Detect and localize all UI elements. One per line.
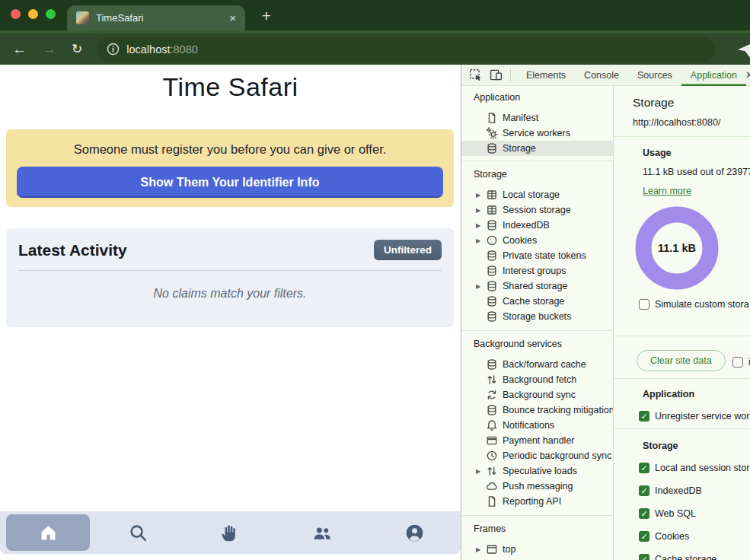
sidebar-item-background-fetch[interactable]: ▶Background fetch: [461, 372, 613, 387]
sidebar-item-bounce-tracking-mitigation[interactable]: ▶Bounce tracking mitigation: [461, 402, 613, 418]
devtools-tab-application[interactable]: Application: [681, 65, 746, 86]
sidebar-item-back-forward-cache[interactable]: ▶Back/forward cache: [461, 357, 613, 372]
nav-people-button[interactable]: [276, 511, 369, 554]
devtools-sidebar: Application▶Manifest▶Service workers▶Sto…: [461, 86, 614, 560]
gears-icon: [486, 127, 498, 139]
nav-profile-button[interactable]: [369, 511, 461, 554]
sidebar-item-service-workers[interactable]: ▶Service workers: [461, 126, 613, 141]
document-icon: [486, 495, 498, 508]
show-identifier-button[interactable]: Show Them Your Identifier Info: [17, 167, 443, 198]
nav-active-pill[interactable]: [6, 514, 90, 551]
latest-activity-card: Latest Activity Unfiltered No claims mat…: [6, 228, 454, 327]
expand-arrow-icon[interactable]: ▶: [476, 207, 486, 214]
devtools-tab-sources[interactable]: Sources: [628, 65, 681, 86]
sidebar-item-label: Background sync: [503, 390, 576, 400]
alert-message: Someone must register you before you can…: [6, 129, 454, 157]
page-content: Time Safari Someone must register you be…: [0, 65, 461, 560]
expand-arrow-icon[interactable]: ▶: [476, 192, 486, 199]
latest-activity-heading: Latest Activity: [18, 241, 127, 259]
sidebar-item-label: IndexedDB: [503, 220, 550, 231]
sidebar-item-interest-groups[interactable]: ▶Interest groups: [461, 263, 613, 278]
sidebar-item-reporting-api[interactable]: ▶Reporting API: [461, 494, 613, 509]
expand-arrow-icon[interactable]: ▶: [476, 237, 486, 244]
sidebar-item-periodic-background-sync[interactable]: ▶Periodic background sync: [461, 448, 613, 463]
sidebar-item-top[interactable]: ▶top: [461, 542, 613, 557]
devtools-tab-console[interactable]: Console: [575, 65, 628, 86]
checkbox-including-third-party[interactable]: [732, 357, 743, 368]
sidebar-item-push-messaging[interactable]: ▶Push messaging: [461, 479, 613, 494]
database-icon: [486, 280, 498, 292]
sidebar-item-speculative-loads[interactable]: ▶Speculative loads: [461, 463, 613, 479]
sidebar-section-title: Frames: [461, 523, 613, 537]
new-tab-button[interactable]: +: [256, 6, 277, 27]
sidebar-item-storage[interactable]: ▶Storage: [461, 141, 613, 156]
sidebar-item-background-sync[interactable]: ▶Background sync: [461, 387, 613, 402]
sidebar-item-cookies[interactable]: ▶Cookies: [461, 233, 613, 248]
empty-claims-message: No claims match your filters.: [6, 287, 454, 301]
minimize-window-button[interactable]: [28, 9, 38, 19]
panel-divider: [614, 336, 750, 336]
nav-home-button[interactable]: [0, 511, 92, 554]
checkbox-indexeddb[interactable]: ✓: [639, 485, 649, 496]
close-window-button[interactable]: [11, 9, 21, 19]
learn-more-link[interactable]: Learn more: [643, 186, 691, 196]
home-icon: [38, 523, 59, 543]
zoom-window-button[interactable]: [46, 9, 56, 19]
nav-search-button[interactable]: [92, 511, 184, 554]
sidebar-item-label: Bounce tracking mitigation: [503, 405, 613, 415]
expand-arrow-icon[interactable]: ▶: [476, 222, 486, 229]
sidebar-item-notifications[interactable]: ▶Notifications: [461, 418, 613, 433]
card-divider: [18, 270, 442, 271]
storage-panel: Storage http://localhost:8080/ Usage 11.…: [614, 86, 750, 560]
back-icon[interactable]: ←: [12, 42, 27, 56]
sidebar-section-frames: Frames▶top: [461, 516, 613, 560]
expand-arrow-icon[interactable]: ▶: [476, 546, 486, 553]
tab-favicon-icon: [76, 11, 89, 24]
sidebar-section-title: Storage: [461, 169, 613, 183]
expand-arrow-icon[interactable]: ▶: [476, 468, 486, 475]
database-icon: [486, 404, 498, 416]
sidebar-section-title: Background services: [461, 339, 613, 352]
devtools-tab-elements[interactable]: Elements: [517, 65, 575, 86]
sidebar-item-payment-handler[interactable]: ▶Payment handler: [461, 433, 613, 448]
sidebar-item-local-storage[interactable]: ▶Local storage: [461, 187, 613, 202]
checkbox-local-and-session-stor[interactable]: ✓: [639, 463, 649, 473]
clear-site-data-button[interactable]: Clear site data: [637, 350, 726, 371]
panel-divider: [614, 378, 750, 379]
site-info-icon[interactable]: [107, 43, 120, 56]
checkbox-unregister-service-wor[interactable]: ✓: [639, 411, 649, 422]
sidebar-section-storage: Storage▶Local storage▶Session storage▶In…: [461, 161, 613, 331]
sidebar-item-session-storage[interactable]: ▶Session storage: [461, 202, 613, 218]
sidebar-item-storage-buckets[interactable]: ▶Storage buckets: [461, 309, 613, 324]
sidebar-item-cache-storage[interactable]: ▶Cache storage: [461, 294, 613, 309]
tab-close-icon[interactable]: ×: [229, 12, 236, 24]
inspect-element-icon[interactable]: [469, 68, 482, 81]
checkbox-cache-storage[interactable]: ✓: [639, 554, 649, 560]
reload-icon[interactable]: ↻: [72, 42, 82, 56]
address-bar[interactable]: localhost :8080: [97, 37, 716, 61]
nav-hand-button[interactable]: [184, 511, 276, 554]
sidebar-item-private-state-tokens[interactable]: ▶Private state tokens: [461, 248, 613, 263]
filter-button[interactable]: Unfiltered: [374, 240, 442, 260]
sidebar-item-indexeddb[interactable]: ▶IndexedDB: [461, 218, 613, 233]
table-icon: [486, 189, 498, 201]
usage-text: 11.1 kB used out of 239779: [643, 167, 750, 177]
expand-arrow-icon[interactable]: ▶: [476, 283, 486, 290]
panel-divider: [614, 428, 750, 429]
frame-icon: [486, 543, 498, 555]
device-toolbar-icon[interactable]: [490, 68, 503, 81]
checkbox-web-sql[interactable]: ✓: [639, 508, 649, 519]
tab-title: TimeSafari: [96, 12, 229, 24]
database-icon: [486, 142, 498, 154]
sidebar-section-background-services: Background services▶Back/forward cache▶B…: [461, 331, 613, 516]
sidebar-item-shared-storage[interactable]: ▶Shared storage: [461, 278, 613, 294]
url-host: localhost: [126, 43, 170, 56]
sidebar-item-label: Back/forward cache: [503, 359, 586, 370]
devtools-close-icon[interactable]: ✕: [745, 69, 750, 81]
checkbox-simulate-custom-storage[interactable]: [639, 299, 649, 310]
sidebar-item-label: Cache storage: [503, 296, 564, 307]
browser-tab[interactable]: TimeSafari ×: [67, 5, 245, 30]
checkbox-cookies[interactable]: ✓: [639, 531, 649, 542]
devtools-toolbar: ElementsConsoleSourcesApplication ✕: [461, 65, 750, 86]
sidebar-item-manifest[interactable]: ▶Manifest: [461, 110, 613, 126]
